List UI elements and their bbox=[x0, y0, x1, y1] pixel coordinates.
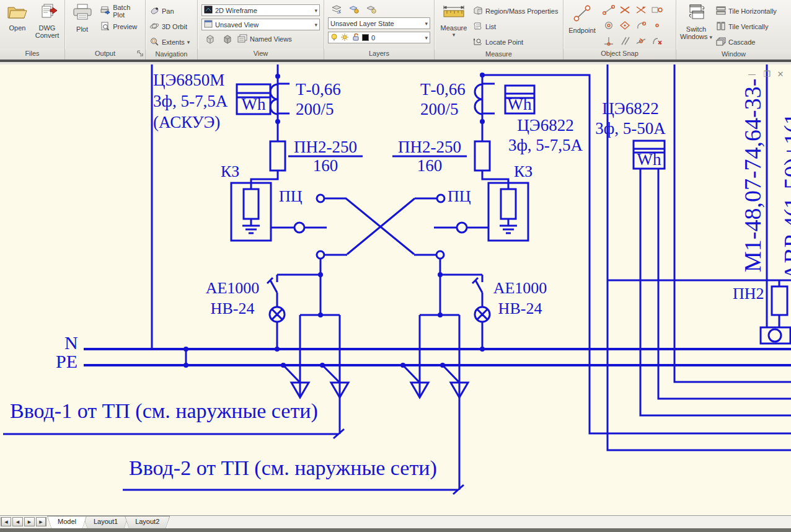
fuse-kz-right bbox=[501, 189, 516, 219]
bus-n-label: N bbox=[64, 332, 78, 353]
endpoint-button[interactable]: Endpoint bbox=[566, 2, 598, 34]
tab-layout2[interactable]: Layout2 bbox=[125, 516, 170, 528]
tile-vertically-button[interactable]: Tile Vertically bbox=[715, 19, 778, 34]
visual-style-icon bbox=[204, 6, 213, 15]
snap-parallel-icon[interactable] bbox=[617, 33, 633, 48]
pan-label: Pan bbox=[162, 7, 174, 15]
panel-label-navigation: Navigation bbox=[146, 50, 197, 60]
pan-button[interactable]: Pan bbox=[148, 3, 191, 19]
batch-plot-button[interactable]: Batch Plot bbox=[99, 3, 143, 19]
pc-left-label: ПЦ bbox=[279, 187, 303, 206]
layout-tab-bar: ◀ ◀ ▶ ▶ Model Layout1 Layout2 bbox=[0, 515, 791, 528]
ct-left-label: Т-0,66 200/5 bbox=[296, 79, 341, 119]
output-dialog-launcher-icon[interactable] bbox=[136, 50, 144, 58]
current-layer-value: 0 bbox=[371, 34, 375, 42]
tab-model[interactable]: Model bbox=[47, 516, 87, 528]
locate-point-button[interactable]: Locate Point bbox=[472, 34, 559, 50]
extents-button[interactable]: Extents ▾ bbox=[148, 34, 191, 50]
extents-caret-icon[interactable]: ▾ bbox=[187, 39, 190, 45]
tile-horizontally-button[interactable]: Tile Horizontally bbox=[715, 3, 778, 19]
tab-layout1-label: Layout1 bbox=[84, 516, 128, 528]
visual-style-caret-icon: ▾ bbox=[314, 7, 317, 14]
snap-node-icon[interactable] bbox=[617, 17, 633, 33]
panel-navigation: Pan 3D Orbit Extents ▾ bbox=[145, 0, 197, 60]
breaker-aux: НВ-24 bbox=[202, 298, 263, 319]
panel-object-snap: Endpoint Object Snap bbox=[563, 0, 676, 60]
fuse-left-rating: 160 bbox=[288, 156, 363, 175]
named-views-button[interactable]: Named Views bbox=[250, 35, 292, 43]
snap-perpendicular-icon[interactable] bbox=[601, 33, 617, 48]
layer-thaw-icon bbox=[340, 33, 349, 43]
region-mass-properties-button[interactable]: Region/Mass Properties bbox=[472, 3, 559, 19]
measure-ruler-icon bbox=[442, 4, 466, 22]
list-icon bbox=[473, 22, 483, 32]
layer-isolate-button[interactable] bbox=[364, 2, 379, 16]
cascade-icon bbox=[716, 37, 726, 47]
tab-next-button[interactable]: ▶ bbox=[24, 517, 35, 526]
schematic: Wh Wh Wh bbox=[0, 64, 791, 515]
snap-midpoint-icon[interactable] bbox=[601, 2, 617, 17]
tab-previous-button[interactable]: ◀ bbox=[12, 517, 23, 526]
open-button[interactable]: Open bbox=[2, 2, 32, 32]
list-label: List bbox=[485, 23, 496, 30]
measure-button[interactable]: Measure ▾ bbox=[437, 2, 471, 38]
extents-icon bbox=[149, 37, 159, 47]
cube-shaded-view-button[interactable] bbox=[220, 32, 235, 46]
snap-nearest-icon[interactable] bbox=[633, 33, 649, 48]
snap-none-icon[interactable] bbox=[649, 33, 665, 48]
cascade-button[interactable]: Cascade bbox=[715, 34, 778, 50]
fuse-right-rating: 160 bbox=[392, 156, 467, 175]
tab-layout1[interactable]: Layout1 bbox=[83, 516, 128, 528]
visual-style-dropdown[interactable]: 2D Wireframe ▾ bbox=[201, 4, 320, 16]
layer-state-button[interactable] bbox=[347, 2, 361, 16]
minimize-icon[interactable]: — bbox=[746, 69, 758, 79]
tab-layout2-label: Layout2 bbox=[125, 516, 169, 528]
meter-3-label: ЦЭ6822 3ф, 5-50А bbox=[589, 99, 672, 138]
panel-files: Open DWG Convert Files bbox=[0, 0, 64, 60]
bus-lines bbox=[84, 349, 791, 365]
switch-windows-text: Switch Windows bbox=[680, 25, 708, 40]
snap-apparent-intersection-icon[interactable] bbox=[633, 2, 649, 17]
layer-unlock-icon bbox=[351, 33, 360, 43]
drawing-canvas[interactable]: Wh Wh Wh ЦЭ6850М 3ф, 5-7,5А (АСКУЭ) Т-0,… bbox=[0, 64, 791, 515]
named-views-icon bbox=[237, 34, 247, 44]
locate-point-label: Locate Point bbox=[485, 38, 523, 46]
wh-label: Wh bbox=[242, 95, 266, 113]
list-button[interactable]: List bbox=[472, 19, 559, 34]
meter-main-model: ЦЭ6850М bbox=[153, 69, 228, 91]
plot-button[interactable]: Plot bbox=[68, 2, 97, 33]
tab-first-button[interactable]: ◀ bbox=[1, 517, 11, 526]
cube-unsaved-view-button[interactable] bbox=[203, 32, 218, 46]
switch-windows-caret-icon: ▾ bbox=[710, 34, 713, 40]
view-state-dropdown[interactable]: Unsaved View ▾ bbox=[201, 19, 320, 30]
layer-properties-button[interactable] bbox=[329, 2, 344, 16]
close-icon[interactable]: ✕ bbox=[775, 69, 786, 79]
current-transformer-left bbox=[270, 84, 278, 114]
ct-ratio: 200/5 bbox=[296, 99, 341, 119]
preview-button[interactable]: Preview bbox=[99, 19, 143, 34]
snap-point-icon[interactable] bbox=[649, 17, 665, 33]
restore-icon[interactable]: ❐ bbox=[761, 69, 772, 79]
panel-label-object-snap: Object Snap bbox=[563, 49, 676, 60]
snap-intersection-icon[interactable] bbox=[617, 2, 633, 17]
snap-center-icon[interactable] bbox=[601, 17, 617, 33]
ct-type: Т-0,66 bbox=[296, 79, 341, 99]
tile-vertically-icon bbox=[716, 22, 726, 32]
tab-last-button[interactable]: ▶ bbox=[36, 517, 46, 526]
orbit-button[interactable]: 3D Orbit bbox=[148, 19, 191, 34]
layer-state-dropdown[interactable]: Unsaved Layer State ▾ bbox=[328, 17, 430, 29]
panel-window: Switch Windows ▾ Tile Horizontally Tile … bbox=[676, 0, 791, 60]
meter-2-rating: 3ф, 5-7,5А bbox=[506, 135, 585, 155]
fuse-edge-label: ПН2 bbox=[733, 285, 764, 303]
panel-layers: Unsaved Layer State ▾ bbox=[324, 0, 434, 60]
tab-model-label: Model bbox=[48, 516, 86, 528]
orbit-label: 3D Orbit bbox=[162, 23, 187, 30]
locate-point-icon bbox=[473, 37, 483, 47]
snap-extension-icon[interactable] bbox=[649, 2, 665, 17]
dwg-convert-button[interactable]: DWG Convert bbox=[32, 2, 62, 39]
snap-quadrant-icon[interactable] bbox=[633, 17, 649, 33]
fuse-main-right bbox=[475, 141, 490, 171]
layer-select-dropdown[interactable]: 0 ▾ bbox=[328, 32, 430, 43]
application-window: Open DWG Convert Files Plot bbox=[0, 0, 791, 532]
switch-windows-button[interactable]: Switch Windows ▾ bbox=[679, 2, 714, 41]
